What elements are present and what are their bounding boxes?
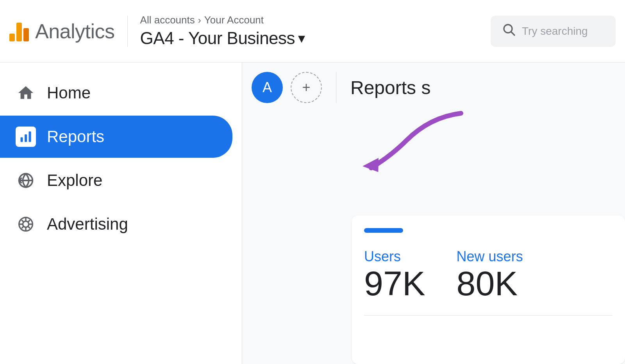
logo-bar-3 (16, 23, 22, 41)
sidebar-item-advertising-label: Advertising (47, 215, 128, 234)
search-icon (502, 22, 516, 40)
arrow-annotation (359, 109, 469, 181)
svg-rect-3 (25, 134, 27, 142)
stat-divider (364, 315, 612, 316)
sidebar: Home Reports (0, 62, 242, 364)
svg-point-8 (23, 221, 29, 227)
property-selector[interactable]: GA4 - Your Business ▾ (140, 29, 305, 48)
sidebar-item-explore-label: Explore (47, 171, 102, 190)
sidebar-item-reports-label: Reports (47, 127, 104, 146)
new-users-value: 80K (457, 265, 523, 303)
new-users-stat: New users 80K (457, 248, 523, 303)
property-area: All accounts › Your Account GA4 - Your B… (140, 14, 305, 48)
content-area: A + Reports s Users 97K New users 80K (242, 62, 625, 364)
logo-bar-2 (23, 28, 29, 41)
new-users-label: New users (457, 248, 523, 265)
avatar[interactable]: A (252, 72, 283, 103)
card-top-bar (364, 228, 403, 233)
content-header: A + Reports s (252, 72, 616, 103)
breadcrumb-all-accounts[interactable]: All accounts (140, 14, 195, 26)
content-header-divider (336, 72, 336, 103)
stats-card: Users 97K New users 80K (352, 216, 625, 364)
explore-icon (16, 170, 36, 191)
sidebar-item-reports[interactable]: Reports (0, 116, 232, 158)
property-dropdown-icon: ▾ (298, 30, 305, 46)
sidebar-item-home[interactable]: Home (0, 72, 232, 114)
search-placeholder: Try searching (522, 25, 588, 37)
sidebar-item-advertising[interactable]: Advertising (0, 203, 232, 245)
property-name: GA4 - Your Business (140, 29, 295, 48)
svg-rect-2 (21, 137, 23, 142)
stat-row: Users 97K New users 80K (364, 248, 612, 303)
sidebar-item-explore[interactable]: Explore (0, 159, 232, 202)
analytics-logo-icon (9, 21, 29, 41)
advertising-icon (16, 214, 36, 234)
users-stat: Users 97K (364, 248, 425, 303)
breadcrumb: All accounts › Your Account (140, 14, 305, 26)
svg-marker-13 (362, 158, 382, 175)
svg-line-1 (511, 32, 514, 35)
users-value: 97K (364, 265, 425, 303)
add-comparisons-button[interactable]: + (291, 72, 322, 103)
search-box[interactable]: Try searching (491, 16, 616, 47)
logo-area: Analytics (9, 20, 115, 43)
users-label: Users (364, 248, 425, 265)
header-divider (127, 16, 128, 47)
home-icon (16, 83, 36, 103)
analytics-title: Analytics (35, 20, 115, 43)
sidebar-item-home-label: Home (47, 84, 91, 102)
svg-rect-4 (29, 132, 31, 142)
reports-snapshot-label: Reports s (350, 77, 430, 98)
reports-icon (16, 127, 36, 147)
main-layout: Home Reports (0, 62, 625, 364)
breadcrumb-your-account[interactable]: Your Account (204, 14, 264, 26)
header: Analytics All accounts › Your Account GA… (0, 0, 625, 62)
logo-bar-1 (9, 34, 15, 41)
breadcrumb-chevron: › (198, 15, 201, 26)
